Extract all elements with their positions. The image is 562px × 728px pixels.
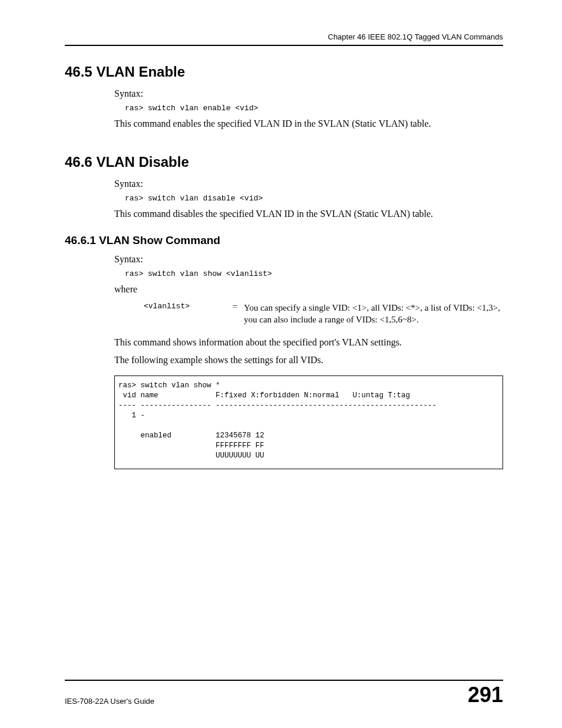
syntax-label: Syntax: [114,179,503,189]
desc-vlan-disable: This command disables the specified VLAN… [114,207,503,220]
footer-rule [65,680,503,681]
syntax-label: Syntax: [114,88,503,99]
desc-vlan-show-2: The following example shows the settings… [114,354,503,367]
header-rule [65,45,503,46]
example-output: ras> switch vlan show * vid name F:fixed… [114,375,503,469]
footer-guide-name: IES-708-22A User's Guide [65,697,154,706]
page-number: 291 [468,684,503,706]
syntax-label: Syntax: [114,254,503,265]
section-46-5-heading: 46.5 VLAN Enable [65,64,503,80]
desc-vlan-enable: This command enables the specified VLAN … [114,117,503,130]
where-row: <vlanlist> = You can specify a single VI… [144,302,503,326]
section-46-6-heading: 46.6 VLAN Disable [65,154,503,170]
where-desc: You can specify a single VID: <1>, all V… [244,302,503,326]
code-vlan-show: ras> switch vlan show <vlanlist> [125,269,503,278]
section-46-6-1-heading: 46.6.1 VLAN Show Command [65,234,503,247]
desc-vlan-show-1: This command shows information about the… [114,336,503,349]
where-eq: = [226,302,244,326]
where-param: <vlanlist> [144,302,226,326]
code-vlan-disable: ras> switch vlan disable <vid> [125,194,503,203]
chapter-header: Chapter 46 IEEE 802.1Q Tagged VLAN Comma… [65,32,503,41]
where-label: where [114,283,503,296]
code-vlan-enable: ras> switch vlan enable <vid> [125,104,503,113]
page-footer: IES-708-22A User's Guide 291 [65,680,503,706]
